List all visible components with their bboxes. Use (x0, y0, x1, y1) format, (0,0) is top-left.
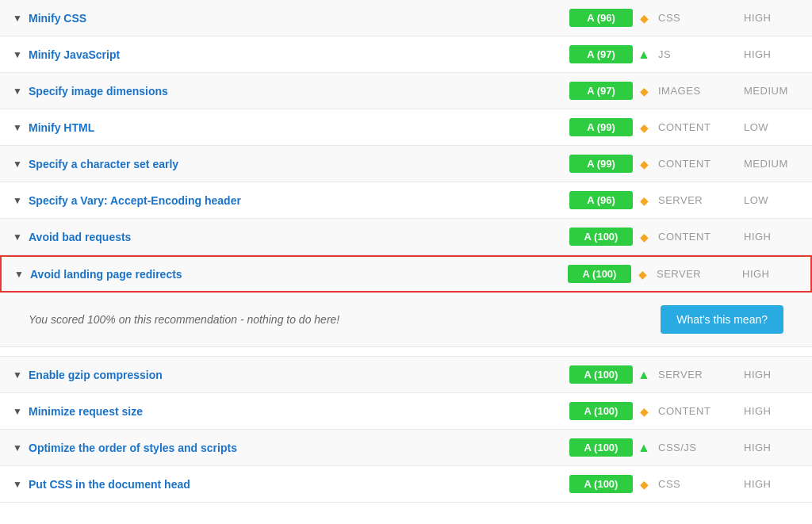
table-row[interactable]: ▼Optimize the order of styles and script… (0, 430, 812, 466)
table-row[interactable]: ▼Avoid landing page redirectsA (100)◆SER… (0, 255, 812, 293)
score-badge: A (96) (569, 191, 633, 209)
row-title[interactable]: Minify HTML (29, 121, 569, 134)
expand-collapse-icon[interactable]: ▼ (13, 231, 22, 243)
arrow-up-icon: ▲ (638, 48, 650, 62)
row-title[interactable]: Minify CSS (29, 12, 569, 25)
table-row[interactable]: ▼Avoid bad requestsA (100)◆CONTENTHIGH (0, 219, 812, 255)
diamond-icon: ◆ (638, 231, 650, 243)
score-badge: A (100) (569, 365, 633, 384)
score-badge: A (96) (569, 9, 633, 27)
diamond-icon: ◆ (638, 158, 650, 170)
rows-container: ▼Minify CSSA (96)◆CSSHIGH▼Minify JavaScr… (0, 0, 812, 503)
expanded-row-content: You scored 100% on this recommendation -… (0, 293, 812, 347)
expand-collapse-icon[interactable]: ▼ (13, 369, 22, 381)
diamond-icon: ◆ (636, 268, 649, 281)
expand-collapse-icon[interactable]: ▼ (13, 86, 22, 97)
expanded-message: You scored 100% on this recommendation -… (29, 313, 339, 326)
score-badge: A (99) (569, 118, 633, 136)
table-row[interactable]: ▼Specify image dimensionsA (97)◆IMAGESME… (0, 73, 812, 109)
expand-collapse-icon[interactable]: ▼ (13, 479, 22, 490)
category-label: JS (658, 48, 737, 60)
row-title[interactable]: Specify image dimensions (29, 85, 569, 98)
row-title[interactable]: Optimize the order of styles and scripts (29, 442, 569, 454)
category-label: CONTENT (658, 121, 737, 133)
diamond-icon: ◆ (638, 12, 650, 25)
row-title[interactable]: Minimize request size (29, 405, 569, 418)
score-badge: A (100) (569, 438, 633, 457)
row-title[interactable]: Minify JavaScript (29, 48, 569, 61)
priority-label: MEDIUM (744, 85, 799, 97)
priority-label: HIGH (744, 12, 799, 24)
expand-collapse-icon[interactable]: ▼ (13, 13, 22, 24)
table-row[interactable]: ▼Specify a Vary: Accept-Encoding headerA… (0, 182, 812, 219)
priority-label: HIGH (744, 478, 799, 490)
row-title[interactable]: Specify a character set early (29, 158, 569, 170)
expand-collapse-icon[interactable]: ▼ (13, 159, 22, 170)
table-row[interactable]: ▼Minify HTMLA (99)◆CONTENTLOW (0, 109, 812, 146)
priority-label: HIGH (744, 231, 799, 243)
table-row[interactable]: ▼Minify JavaScriptA (97)▲JSHIGH (0, 36, 812, 73)
expand-collapse-icon[interactable]: ▼ (13, 49, 22, 60)
priority-label: LOW (744, 194, 799, 206)
priority-label: HIGH (744, 405, 799, 417)
score-badge: A (100) (568, 265, 631, 283)
row-title[interactable]: Enable gzip compression (29, 369, 569, 381)
category-label: CSS (658, 12, 737, 24)
expand-collapse-icon[interactable]: ▼ (13, 122, 22, 133)
score-badge: A (97) (569, 45, 633, 63)
expand-collapse-icon[interactable]: ▼ (13, 442, 22, 453)
category-label: CONTENT (658, 231, 737, 243)
category-label: SERVER (657, 268, 736, 280)
priority-label: MEDIUM (744, 158, 799, 170)
whats-this-button[interactable]: What's this mean? (661, 305, 783, 334)
expand-collapse-icon[interactable]: ▼ (13, 406, 22, 417)
diamond-icon: ◆ (638, 478, 650, 491)
row-title[interactable]: Put CSS in the document head (29, 478, 569, 491)
score-badge: A (99) (569, 155, 633, 173)
score-badge: A (100) (569, 228, 633, 246)
priority-label: HIGH (744, 48, 799, 60)
table-row[interactable]: ▼Specify a character set earlyA (99)◆CON… (0, 146, 812, 182)
diamond-icon: ◆ (638, 194, 650, 207)
priority-label: LOW (744, 121, 799, 133)
diamond-icon: ◆ (638, 121, 650, 134)
priority-label: HIGH (744, 369, 799, 381)
score-badge: A (100) (569, 475, 633, 493)
category-label: SERVER (658, 194, 737, 206)
main-container: ▼Minify CSSA (96)◆CSSHIGH▼Minify JavaScr… (0, 0, 812, 503)
score-badge: A (100) (569, 402, 633, 420)
expand-collapse-icon[interactable]: ▼ (14, 269, 24, 280)
arrow-up-icon: ▲ (638, 441, 650, 455)
diamond-icon: ◆ (638, 85, 650, 98)
arrow-up-icon: ▲ (638, 368, 650, 382)
category-label: CONTENT (658, 158, 737, 170)
score-badge: A (97) (569, 82, 633, 100)
table-row[interactable]: ▼Minify CSSA (96)◆CSSHIGH (0, 0, 812, 36)
table-row[interactable]: ▼Minimize request sizeA (100)◆CONTENTHIG… (0, 393, 812, 430)
row-title[interactable]: Avoid bad requests (29, 231, 569, 243)
priority-label: HIGH (742, 268, 798, 280)
category-label: CSS (658, 478, 737, 490)
table-row[interactable]: ▼Put CSS in the document headA (100)◆CSS… (0, 466, 812, 503)
category-label: CONTENT (658, 405, 737, 417)
row-title[interactable]: Specify a Vary: Accept-Encoding header (29, 194, 569, 207)
expand-collapse-icon[interactable]: ▼ (13, 195, 22, 206)
category-label: CSS/JS (658, 442, 737, 453)
category-label: IMAGES (658, 85, 737, 97)
priority-label: HIGH (744, 442, 799, 453)
row-title[interactable]: Avoid landing page redirects (30, 268, 568, 281)
category-label: SERVER (658, 369, 737, 381)
table-row[interactable]: ▼Enable gzip compressionA (100)▲SERVERHI… (0, 357, 812, 393)
section-gap (0, 347, 812, 357)
diamond-icon: ◆ (638, 405, 650, 418)
